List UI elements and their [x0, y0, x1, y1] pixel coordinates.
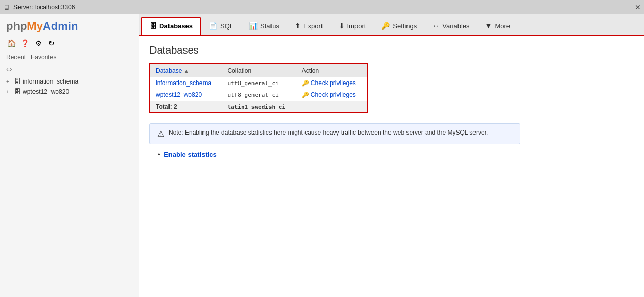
total-row: Total: 2 latin1_swedish_ci: [150, 101, 367, 113]
note-box: ⚠ Note: Enabling the database statistics…: [149, 123, 520, 144]
tab-export-label: Export: [303, 22, 323, 30]
collation-cell: utf8_general_ci: [222, 77, 296, 89]
sidebar-item-label: information_schema: [23, 78, 78, 85]
db-name-cell: wptest12_wo820: [150, 89, 222, 101]
col-collation: Collation: [222, 64, 296, 77]
sidebar-item-information_schema[interactable]: + 🗄 information_schema: [0, 76, 139, 87]
db-name-cell: information_schema: [150, 77, 222, 89]
page-content-wrapper: Databases Database ▲ Collation: [139, 36, 644, 297]
db-name-link[interactable]: wptest12_wo820: [156, 91, 202, 98]
total-label: Total: 2: [150, 101, 222, 113]
logo-my: My: [27, 20, 43, 32]
page-title: Databases: [149, 44, 634, 56]
enable-statistics-link[interactable]: Enable statistics: [164, 151, 217, 158]
db-icon: 🗄: [14, 88, 21, 95]
sql-icon: 📄: [209, 22, 217, 30]
tab-variables-label: Variables: [442, 22, 469, 30]
top-bar: 🖥 Server: localhost:3306 ✕: [0, 0, 644, 14]
home-icon[interactable]: 🏠: [6, 38, 16, 48]
enable-stats-section: • Enable statistics: [149, 151, 634, 158]
check-privileges-link[interactable]: 🔑 Check privileges: [302, 79, 362, 87]
total-action: [297, 101, 367, 113]
variables-icon: ↔: [432, 22, 439, 30]
tab-databases[interactable]: 🗄 Databases: [141, 16, 201, 35]
col-action: Action: [297, 64, 367, 77]
check-privileges-link[interactable]: 🔑 Check privileges: [302, 91, 362, 98]
db-icon: 🗄: [14, 78, 21, 85]
content-area: 🗄 Databases 📄 SQL 📊 Status ⬆ Export ⬇ Im…: [139, 14, 644, 297]
logo-admin: Admin: [43, 20, 78, 32]
settings-key-icon: 🔑: [381, 22, 390, 30]
action-label: Check privileges: [311, 79, 356, 87]
tab-sql-label: SQL: [220, 22, 233, 30]
action-cell: 🔑 Check privileges: [297, 77, 367, 89]
col-database-label: Database: [156, 67, 182, 74]
sidebar-item-label: wptest12_wo820: [23, 88, 69, 95]
page-content: Databases Database ▲ Collation: [139, 36, 644, 167]
note-text: Note: Enabling the database statistics h…: [168, 129, 488, 136]
settings-icon[interactable]: ⚙: [33, 38, 43, 48]
tab-settings[interactable]: 🔑 Settings: [374, 16, 425, 35]
tab-more-label: More: [495, 22, 510, 30]
tab-sql[interactable]: 📄 SQL: [201, 16, 241, 35]
tab-export[interactable]: ⬆ Export: [287, 16, 331, 35]
col-action-label: Action: [302, 67, 319, 74]
total-collation-value: latin1_swedish_ci: [227, 104, 285, 110]
table-row: wptest12_wo820 utf8_general_ci 🔑 Check p…: [150, 89, 367, 101]
more-chevron-icon: ▼: [485, 22, 493, 30]
col-database[interactable]: Database ▲: [150, 64, 222, 77]
total-collation: latin1_swedish_ci: [222, 101, 296, 113]
sidebar-links: Recent Favorites: [0, 53, 139, 64]
tab-variables[interactable]: ↔ Variables: [425, 16, 477, 35]
nav-tabs: 🗄 Databases 📄 SQL 📊 Status ⬆ Export ⬇ Im…: [139, 14, 644, 36]
tab-more[interactable]: ▼ More: [478, 16, 518, 35]
sidebar-icon-row: 🏠 ❓ ⚙ ↻: [0, 36, 139, 53]
tab-databases-label: Databases: [159, 22, 193, 30]
logo-php: php: [6, 20, 27, 32]
info-icon[interactable]: ❓: [20, 38, 30, 48]
col-collation-label: Collation: [227, 67, 251, 74]
expand-icon: +: [6, 79, 12, 85]
tab-import-label: Import: [347, 22, 366, 30]
databases-table: Database ▲ Collation Action: [150, 64, 367, 112]
table-row: information_schema utf8_general_ci 🔑 Che…: [150, 77, 367, 89]
import-icon: ⬇: [338, 22, 345, 30]
close-icon[interactable]: ✕: [635, 3, 641, 11]
logo: phpMyAdmin: [0, 14, 139, 36]
refresh-icon[interactable]: ↻: [46, 38, 57, 48]
tab-import[interactable]: ⬇ Import: [331, 16, 374, 35]
action-cell: 🔑 Check privileges: [297, 89, 367, 101]
privileges-icon: 🔑: [302, 92, 309, 98]
sort-arrow-icon: ▲: [184, 68, 189, 74]
main-layout: phpMyAdmin 🏠 ❓ ⚙ ↻ Recent Favorites ⇔ + …: [0, 14, 644, 297]
bullet: •: [158, 151, 160, 158]
tab-settings-label: Settings: [393, 22, 417, 30]
databases-table-wrapper: Database ▲ Collation Action: [149, 63, 368, 113]
collation-value: utf8_general_ci: [227, 80, 278, 87]
recent-link[interactable]: Recent: [6, 54, 26, 61]
status-icon: 📊: [249, 22, 258, 30]
collation-value: utf8_general_ci: [227, 92, 278, 98]
warning-icon: ⚠: [157, 129, 164, 139]
db-name-link[interactable]: information_schema: [156, 79, 211, 87]
tab-status[interactable]: 📊 Status: [241, 16, 287, 35]
databases-icon: 🗄: [149, 22, 157, 30]
action-label: Check privileges: [311, 91, 356, 98]
tab-status-label: Status: [260, 22, 279, 30]
server-icon: 🖥: [3, 3, 10, 11]
collation-cell: utf8_general_ci: [222, 89, 296, 101]
expand-icon: +: [6, 89, 12, 95]
export-icon: ⬆: [295, 22, 301, 30]
sidebar-item-wptest12_wo820[interactable]: + 🗄 wptest12_wo820: [0, 87, 139, 97]
connection-icon: ⇔: [6, 65, 12, 73]
privileges-icon: 🔑: [302, 80, 309, 87]
sidebar: phpMyAdmin 🏠 ❓ ⚙ ↻ Recent Favorites ⇔ + …: [0, 14, 139, 297]
favorites-link[interactable]: Favorites: [31, 54, 56, 61]
server-title: Server: localhost:3306: [13, 4, 632, 11]
